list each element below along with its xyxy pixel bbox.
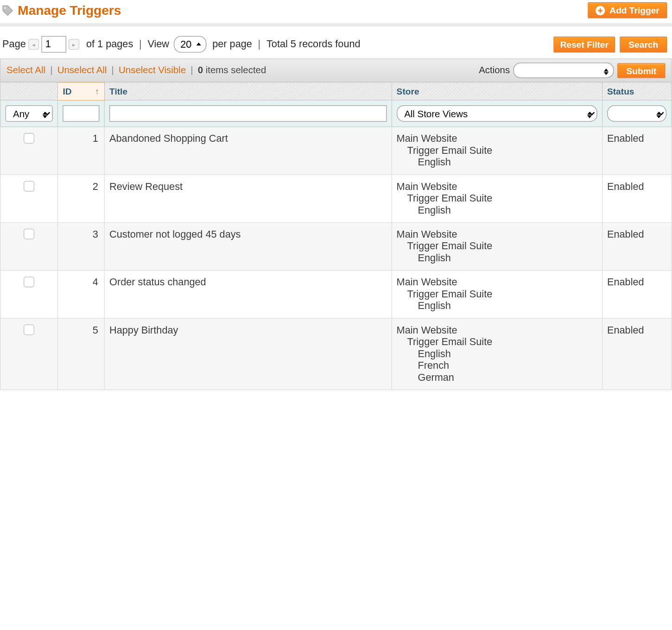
filter-store-select[interactable]: All Store Views	[397, 105, 597, 122]
reset-filter-button[interactable]: Reset Filter	[554, 36, 615, 52]
cell-title: Happy Birthday	[104, 318, 392, 390]
col-store[interactable]: Store	[392, 82, 602, 100]
current-page-input[interactable]	[41, 36, 66, 53]
filter-id-input[interactable]	[63, 105, 99, 122]
cell-status: Enabled	[602, 222, 672, 270]
cell-store: Main WebsiteTrigger Email SuiteEnglish	[392, 127, 602, 175]
row-checkbox[interactable]	[24, 133, 34, 144]
next-page-button[interactable]: ▸	[69, 39, 79, 50]
sort-asc-icon: ↑	[95, 86, 100, 96]
row-checkbox[interactable]	[24, 277, 34, 287]
page-title: Manage Triggers	[18, 3, 121, 18]
cell-id: 1	[58, 127, 105, 175]
cell-title: Review Request	[104, 175, 392, 222]
cell-store: Main WebsiteTrigger Email SuiteEnglish	[392, 222, 602, 270]
unselect-all-link[interactable]: Unselect All	[57, 65, 107, 76]
prev-page-button[interactable]: ◂	[28, 39, 39, 50]
unselect-visible-link[interactable]: Unselect Visible	[119, 65, 186, 76]
total-records-label: Total 5 records found	[266, 38, 361, 50]
table-row[interactable]: 5Happy BirthdayMain WebsiteTrigger Email…	[0, 318, 672, 390]
submit-button[interactable]: Submit	[617, 63, 665, 78]
of-pages-label: of 1 pages	[86, 38, 133, 50]
cell-id: 2	[58, 175, 105, 222]
view-label: View	[147, 38, 169, 50]
add-trigger-button[interactable]: Add Trigger	[588, 2, 667, 18]
table-row[interactable]: 4Order status changedMain WebsiteTrigger…	[0, 271, 672, 318]
plus-icon	[596, 6, 605, 15]
cell-id: 5	[58, 318, 105, 390]
filter-status-select[interactable]	[607, 105, 666, 122]
items-selected-suffix: items selected	[206, 65, 266, 75]
cell-store: Main WebsiteTrigger Email SuiteEnglishFr…	[392, 318, 602, 390]
divider	[0, 23, 672, 27]
row-checkbox[interactable]	[24, 229, 34, 239]
cell-id: 4	[58, 271, 105, 318]
filter-title-input[interactable]	[109, 105, 387, 122]
select-all-link[interactable]: Select All	[6, 65, 45, 76]
cell-status: Enabled	[602, 175, 672, 222]
col-id[interactable]: ID ↑	[58, 82, 105, 100]
cell-store: Main WebsiteTrigger Email SuiteEnglish	[392, 175, 602, 222]
add-trigger-label: Add Trigger	[609, 5, 659, 15]
cell-status: Enabled	[602, 271, 672, 318]
cell-title: Customer not logged 45 days	[104, 222, 392, 270]
row-checkbox[interactable]	[24, 181, 34, 191]
tag-icon	[1, 4, 14, 17]
cell-status: Enabled	[602, 127, 672, 175]
filter-any-select[interactable]: Any	[5, 105, 52, 122]
table-row[interactable]: 1Abandoned Shopping CartMain WebsiteTrig…	[0, 127, 672, 175]
svg-point-0	[4, 7, 6, 9]
col-checkbox[interactable]	[0, 82, 58, 100]
actions-label: Actions	[479, 65, 510, 76]
items-selected-count: 0	[198, 65, 203, 75]
table-row[interactable]: 3Customer not logged 45 daysMain Website…	[0, 222, 672, 270]
actions-select[interactable]	[514, 63, 614, 78]
cell-status: Enabled	[602, 318, 672, 390]
cell-title: Order status changed	[104, 271, 392, 318]
per-page-select[interactable]: 20	[174, 36, 206, 53]
table-row[interactable]: 2Review RequestMain WebsiteTrigger Email…	[0, 175, 672, 222]
row-checkbox[interactable]	[24, 325, 34, 335]
search-button[interactable]: Search	[620, 36, 667, 52]
cell-title: Abandoned Shopping Cart	[104, 127, 392, 175]
cell-id: 3	[58, 222, 105, 270]
col-status[interactable]: Status	[602, 82, 672, 100]
per-page-suffix: per page	[212, 38, 252, 50]
page-label: Page	[2, 38, 26, 50]
col-title[interactable]: Title	[104, 82, 392, 100]
cell-store: Main WebsiteTrigger Email SuiteEnglish	[392, 271, 602, 318]
